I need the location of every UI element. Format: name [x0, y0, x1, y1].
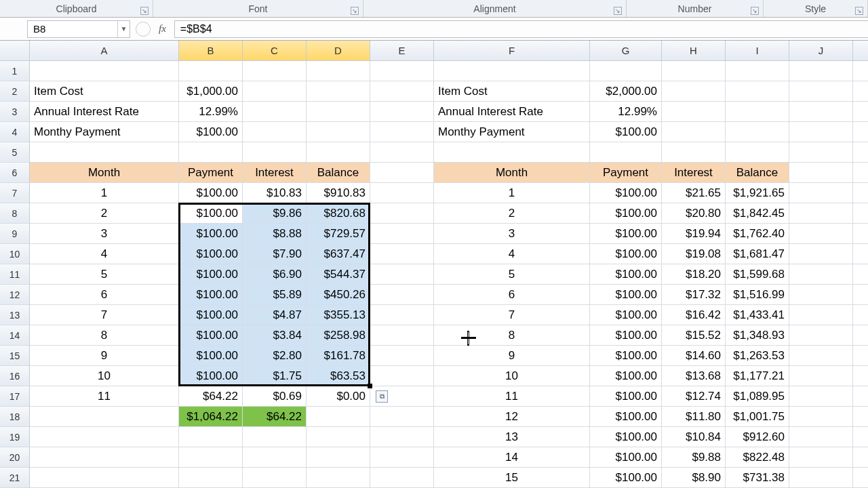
cell-K21[interactable]	[853, 468, 868, 488]
cell-B20[interactable]	[179, 447, 243, 468]
cell-D14[interactable]: $258.98	[307, 325, 370, 346]
cell-B12[interactable]: $100.00	[179, 285, 243, 305]
cell-B8[interactable]: $100.00	[179, 203, 243, 224]
cell-G1[interactable]	[590, 61, 662, 81]
cell-J10[interactable]	[789, 244, 853, 264]
cell-H5[interactable]	[662, 142, 726, 163]
cell-J5[interactable]	[789, 142, 853, 163]
cell-E7[interactable]	[370, 183, 434, 203]
cell-B9[interactable]: $100.00	[179, 224, 243, 244]
cell-J6[interactable]	[789, 163, 853, 183]
cell-C16[interactable]: $1.75	[243, 366, 307, 386]
dialog-launcher-icon[interactable]: ↘	[351, 7, 359, 15]
cell-J15[interactable]	[789, 346, 853, 366]
cell-A11[interactable]: 5	[30, 264, 179, 285]
cell-I13[interactable]: $1,433.41	[726, 305, 789, 325]
cell-F6[interactable]: Month	[434, 163, 590, 183]
cell-H9[interactable]: $19.94	[662, 224, 726, 244]
cell-E10[interactable]	[370, 244, 434, 264]
autofill-options-icon[interactable]: ⧉	[376, 390, 388, 403]
cell-C17[interactable]: $0.69	[243, 386, 307, 407]
cell-H11[interactable]: $18.20	[662, 264, 726, 285]
cell-J7[interactable]	[789, 183, 853, 203]
cell-K15[interactable]	[853, 346, 868, 366]
cell-J13[interactable]	[789, 305, 853, 325]
cell-B17[interactable]: $64.22	[179, 386, 243, 407]
cell-J4[interactable]	[789, 122, 853, 142]
cell-K18[interactable]	[853, 407, 868, 427]
cell-J9[interactable]	[789, 224, 853, 244]
cell-J21[interactable]	[789, 468, 853, 488]
cell-F20[interactable]: 14	[434, 447, 590, 468]
cell-A17[interactable]: 11	[30, 386, 179, 407]
cell-F11[interactable]: 5	[434, 264, 590, 285]
cell-A13[interactable]: 7	[30, 305, 179, 325]
cell-A4[interactable]: Monthy Payment	[30, 122, 179, 142]
cell-B7[interactable]: $100.00	[179, 183, 243, 203]
cell-H12[interactable]: $17.32	[662, 285, 726, 305]
cell-I18[interactable]: $1,001.75	[726, 407, 789, 427]
cell-A15[interactable]: 9	[30, 346, 179, 366]
cell-E15[interactable]	[370, 346, 434, 366]
cell-G15[interactable]: $100.00	[590, 346, 662, 366]
ribbon-group-clipboard[interactable]: Clipboard↘	[0, 0, 153, 17]
cell-F16[interactable]: 10	[434, 366, 590, 386]
cell-B5[interactable]	[179, 142, 243, 163]
cell-A1[interactable]	[30, 61, 179, 81]
cell-I10[interactable]: $1,681.47	[726, 244, 789, 264]
cell-K7[interactable]	[853, 183, 868, 203]
cell-B16[interactable]: $100.00	[179, 366, 243, 386]
row-header-14[interactable]: 14	[0, 325, 30, 346]
cell-D21[interactable]	[307, 468, 370, 488]
row-header-18[interactable]: 18	[0, 407, 30, 427]
cell-D12[interactable]: $450.26	[307, 285, 370, 305]
cell-I9[interactable]: $1,762.40	[726, 224, 789, 244]
cell-A19[interactable]	[30, 427, 179, 447]
cell-B19[interactable]	[179, 427, 243, 447]
cell-K14[interactable]	[853, 325, 868, 346]
col-header-C[interactable]: C	[243, 41, 307, 61]
cell-B21[interactable]	[179, 468, 243, 488]
cell-G5[interactable]	[590, 142, 662, 163]
cell-K2[interactable]	[853, 81, 868, 102]
cell-G10[interactable]: $100.00	[590, 244, 662, 264]
cell-I3[interactable]	[726, 102, 789, 122]
cell-G14[interactable]: $100.00	[590, 325, 662, 346]
name-box-dropdown-icon[interactable]: ▼	[117, 21, 130, 37]
cell-F8[interactable]: 2	[434, 203, 590, 224]
cell-A7[interactable]: 1	[30, 183, 179, 203]
cell-G19[interactable]: $100.00	[590, 427, 662, 447]
cell-A9[interactable]: 3	[30, 224, 179, 244]
col-header-H[interactable]: H	[662, 41, 726, 61]
cell-H6[interactable]: Interest	[662, 163, 726, 183]
cell-A18[interactable]	[30, 407, 179, 427]
cell-C19[interactable]	[243, 427, 307, 447]
cell-F2[interactable]: Item Cost	[434, 81, 590, 102]
cell-A5[interactable]	[30, 142, 179, 163]
cell-D16[interactable]: $63.53	[307, 366, 370, 386]
cell-E3[interactable]	[370, 102, 434, 122]
row-header-5[interactable]: 5	[0, 142, 30, 163]
cell-G20[interactable]: $100.00	[590, 447, 662, 468]
name-box[interactable]: B8 ▼	[27, 20, 130, 38]
cell-J11[interactable]	[789, 264, 853, 285]
cell-F1[interactable]	[434, 61, 590, 81]
cell-I2[interactable]	[726, 81, 789, 102]
cell-G11[interactable]: $100.00	[590, 264, 662, 285]
cell-C4[interactable]	[243, 122, 307, 142]
cell-J12[interactable]	[789, 285, 853, 305]
cell-K10[interactable]	[853, 244, 868, 264]
col-header-extra[interactable]	[853, 41, 868, 61]
cell-G3[interactable]: 12.99%	[590, 102, 662, 122]
cell-I5[interactable]	[726, 142, 789, 163]
row-header-6[interactable]: 6	[0, 163, 30, 183]
ribbon-group-style[interactable]: Style↘	[764, 0, 868, 17]
row-header-15[interactable]: 15	[0, 346, 30, 366]
cell-K8[interactable]	[853, 203, 868, 224]
cell-J2[interactable]	[789, 81, 853, 102]
cell-D8[interactable]: $820.68	[307, 203, 370, 224]
cell-I15[interactable]: $1,263.53	[726, 346, 789, 366]
row-header-11[interactable]: 11	[0, 264, 30, 285]
cell-D20[interactable]	[307, 447, 370, 468]
cell-E13[interactable]	[370, 305, 434, 325]
